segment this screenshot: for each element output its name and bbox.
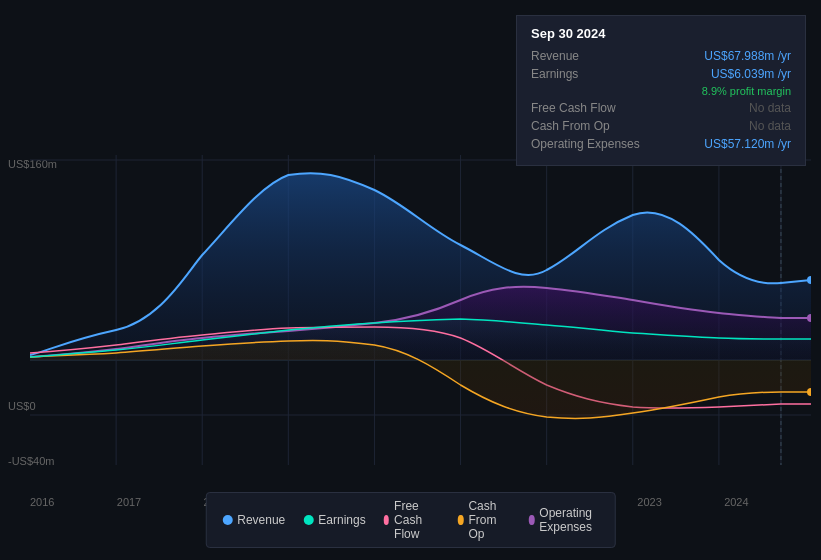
tooltip-cashop-label: Cash From Op [531,119,651,133]
legend-fcf-label: Free Cash Flow [394,499,440,541]
tooltip-cashop-value: No data [749,119,791,133]
tooltip-earnings-row: Earnings US$6.039m /yr [531,67,791,81]
tooltip-earnings-label: Earnings [531,67,651,81]
tooltip-fcf-row: Free Cash Flow No data [531,101,791,115]
tooltip-fcf-value: No data [749,101,791,115]
chart-container: Sep 30 2024 Revenue US$67.988m /yr Earni… [0,0,821,560]
tooltip-opex-label: Operating Expenses [531,137,651,151]
tooltip-fcf-label: Free Cash Flow [531,101,651,115]
legend-fcf[interactable]: Free Cash Flow [384,499,440,541]
tooltip-revenue-label: Revenue [531,49,651,63]
legend-revenue-dot [222,515,232,525]
chart-legend: Revenue Earnings Free Cash Flow Cash Fro… [205,492,616,548]
tooltip-revenue-value: US$67.988m /yr [704,49,791,63]
legend-earnings[interactable]: Earnings [303,513,365,527]
chart-svg [30,155,811,465]
legend-revenue[interactable]: Revenue [222,513,285,527]
legend-opex[interactable]: Operating Expenses [529,506,599,534]
legend-earnings-label: Earnings [318,513,365,527]
legend-fcf-dot [384,515,389,525]
tooltip-margin-row: 8.9% profit margin [531,85,791,97]
legend-earnings-dot [303,515,313,525]
tooltip-earnings-value: US$6.039m /yr [711,67,791,81]
legend-cashop[interactable]: Cash From Op [458,499,511,541]
tooltip-box: Sep 30 2024 Revenue US$67.988m /yr Earni… [516,15,806,166]
legend-cashop-label: Cash From Op [468,499,511,541]
tooltip-revenue-row: Revenue US$67.988m /yr [531,49,791,63]
tooltip-cashop-row: Cash From Op No data [531,119,791,133]
tooltip-date: Sep 30 2024 [531,26,791,41]
x-label-2017: 2017 [117,496,141,508]
tooltip-opex-value: US$57.120m /yr [704,137,791,151]
x-label-2016: 2016 [30,496,54,508]
legend-cashop-dot [458,515,463,525]
tooltip-margin-value: 8.9% profit margin [702,85,791,97]
x-label-2023: 2023 [637,496,661,508]
legend-revenue-label: Revenue [237,513,285,527]
legend-opex-label: Operating Expenses [539,506,598,534]
x-label-2024: 2024 [724,496,748,508]
legend-opex-dot [529,515,534,525]
tooltip-opex-row: Operating Expenses US$57.120m /yr [531,137,791,151]
